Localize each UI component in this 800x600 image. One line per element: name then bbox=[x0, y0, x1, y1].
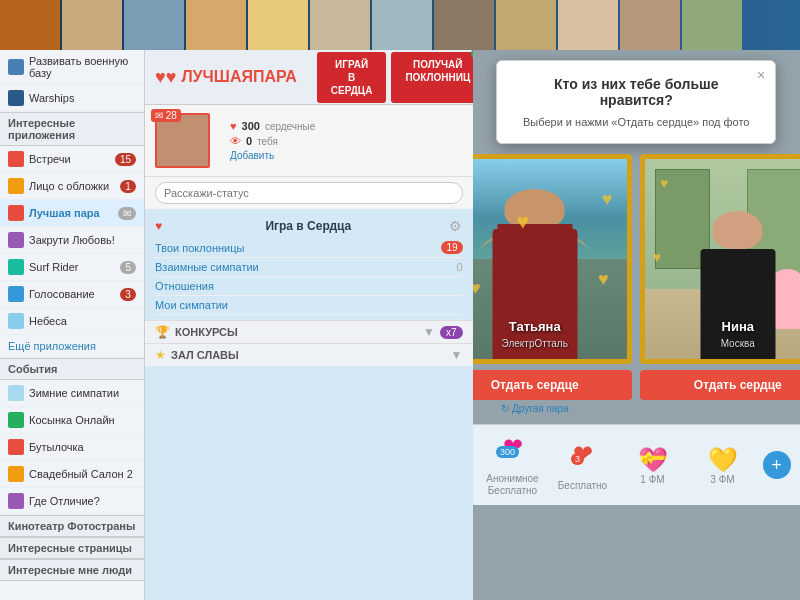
nav-label-line1: ИГРАЙ bbox=[331, 58, 373, 71]
contests-badge: x7 bbox=[440, 326, 463, 339]
luchshaya-icon bbox=[8, 205, 24, 221]
sidebar-item-svadebny[interactable]: Свадебный Салон 2 bbox=[0, 461, 144, 488]
top-banner-photo[interactable] bbox=[124, 0, 184, 50]
photo-inner-2: ♥ ♥ ♥ ♥ Нина Москва bbox=[645, 159, 800, 359]
give-heart-button-1[interactable]: Отдать сердце bbox=[473, 370, 633, 400]
sidebar-item-label: Surf Rider bbox=[29, 261, 120, 273]
hearts-label: сердечные bbox=[265, 121, 315, 132]
vstrechi-badge: 15 bbox=[115, 153, 136, 166]
sidebar-item-label: Лицо с обложки bbox=[29, 180, 120, 192]
compliment-free[interactable]: ❤ 3 Бесплатно bbox=[553, 440, 613, 491]
profile-bar: ✉ 28 ♥ 300 сердечные 👁 0 тебя Добавить bbox=[145, 105, 473, 177]
sidebar-item-kosynka[interactable]: Косынка Онлайн bbox=[0, 407, 144, 434]
top-banner-photos bbox=[0, 0, 800, 50]
add-link[interactable]: Добавить bbox=[230, 150, 274, 161]
give-heart-button-2[interactable]: Отдать сердце bbox=[640, 370, 800, 400]
add-row[interactable]: Добавить bbox=[230, 150, 315, 161]
top-banner-photo[interactable] bbox=[372, 0, 432, 50]
game-settings-icon[interactable]: ⚙ bbox=[449, 218, 462, 234]
hearts-stat: ♥ 300 сердечные bbox=[230, 120, 315, 132]
game-item-label: Отношения bbox=[155, 280, 463, 292]
message-badge[interactable]: ✉ 28 bbox=[151, 109, 181, 122]
photos-row: ♥ ♥ ♥ ♥ ♥ ♥ Татьяна ЭлектрОтталь bbox=[473, 144, 801, 424]
1fm-heart-icon: 💝 bbox=[638, 446, 668, 474]
top-banner-photo[interactable] bbox=[558, 0, 618, 50]
svadebny-icon bbox=[8, 466, 24, 482]
another-pair-link[interactable]: ↻ Другая пара bbox=[473, 403, 633, 414]
sidebar-item-zimnie[interactable]: Зимние симпатии bbox=[0, 380, 144, 407]
interesting-pages-title[interactable]: Интересные страницы bbox=[0, 537, 144, 559]
nav-item-igray[interactable]: ИГРАЙ В СЕРДЦА bbox=[317, 52, 387, 103]
3fm-price: 3 ФМ bbox=[710, 474, 734, 485]
sidebar-item-label: Развивать военную базу bbox=[29, 55, 136, 79]
main-layout: Развивать военную базу Warships Интересн… bbox=[0, 50, 800, 600]
sidebar-item-surf[interactable]: Surf Rider 5 bbox=[0, 254, 144, 281]
photo-frame-2: ♥ ♥ ♥ ♥ Нина Москва bbox=[640, 154, 800, 364]
game-item-moi[interactable]: Мои симпатии bbox=[155, 296, 463, 315]
views-count: 0 bbox=[246, 135, 252, 147]
game-item-label: Твои поклонницы bbox=[155, 242, 441, 254]
sidebar-item-lico[interactable]: Лицо с обложки 1 bbox=[0, 173, 144, 200]
zimnie-icon bbox=[8, 385, 24, 401]
top-banner bbox=[0, 0, 800, 50]
game-item-poklonnitsy[interactable]: Твои поклонницы 19 bbox=[155, 238, 463, 258]
sidebar-item-warships[interactable]: Warships bbox=[0, 85, 144, 112]
sidebar-item-label: Встречи bbox=[29, 153, 115, 165]
game-item-vzaimnye[interactable]: Взаимные симпатии 0 bbox=[155, 258, 463, 277]
free-price: Бесплатно bbox=[558, 480, 607, 491]
1fm-price: 1 ФМ bbox=[640, 474, 664, 485]
hearts-count: 300 bbox=[242, 120, 260, 132]
sidebar-item-gde[interactable]: Где Отличие? bbox=[0, 488, 144, 515]
game-item-otnosheniya[interactable]: Отношения bbox=[155, 277, 463, 296]
sidebar-item-vstrechi[interactable]: Встречи 15 bbox=[0, 146, 144, 173]
sidebar-item-luchshaya[interactable]: Лучшая пара ✉ bbox=[0, 200, 144, 227]
top-banner-photo[interactable] bbox=[310, 0, 370, 50]
top-banner-photo[interactable] bbox=[434, 0, 494, 50]
top-banner-photo[interactable] bbox=[62, 0, 122, 50]
add-compliment-button[interactable]: + bbox=[763, 451, 791, 479]
top-banner-photo[interactable] bbox=[620, 0, 680, 50]
top-banner-photo[interactable] bbox=[248, 0, 308, 50]
sidebar-item-eshe[interactable]: Ещё приложения bbox=[0, 335, 144, 358]
contests-bar[interactable]: 🏆 КОНКУРСЫ ▼ x7 bbox=[145, 320, 473, 343]
surf-icon bbox=[8, 259, 24, 275]
top-banner-photo[interactable] bbox=[0, 0, 60, 50]
sidebar-item-label: Свадебный Салон 2 bbox=[29, 468, 136, 480]
contests-label: КОНКУРСЫ bbox=[175, 326, 423, 338]
sidebar-item-zakruti[interactable]: Закрути Любовь! bbox=[0, 227, 144, 254]
nav-item-poluchai[interactable]: ПОЛУЧАЙ ПОКЛОННИЦ 19 bbox=[391, 52, 472, 103]
sidebar-item-label: Зимние симпатии bbox=[29, 387, 136, 399]
game-section: ♥ Игра в Сердца ⚙ Твои поклонницы 19 Вза… bbox=[145, 209, 473, 320]
compliment-anon[interactable]: ❤ 300 АнонимноеБесплатно bbox=[483, 433, 543, 497]
lico-badge: 1 bbox=[120, 180, 136, 193]
surf-badge: 5 bbox=[120, 261, 136, 274]
status-row bbox=[145, 177, 473, 209]
sidebar-item-golosovanie[interactable]: Голосование 3 bbox=[0, 281, 144, 308]
top-banner-photo[interactable] bbox=[682, 0, 742, 50]
modal-backdrop: × Кто из них тебе больше нравится? Выбер… bbox=[473, 50, 801, 600]
3fm-heart-icon: 💛 bbox=[708, 446, 738, 474]
compliment-1fm[interactable]: 💝 1 ФМ bbox=[623, 446, 683, 485]
person-2 bbox=[700, 211, 775, 359]
status-input[interactable] bbox=[155, 182, 463, 204]
sidebar-item-butylochka[interactable]: Бутылочка bbox=[0, 434, 144, 461]
modal-subtitle: Выбери и нажми «Отдать сердце» под фото bbox=[517, 116, 755, 128]
interesting-people-title[interactable]: Интересные мне люди bbox=[0, 559, 144, 581]
modal-close-button[interactable]: × bbox=[757, 67, 765, 83]
free-count: 3 bbox=[571, 453, 584, 465]
compliment-3fm[interactable]: 💛 3 ФМ bbox=[693, 446, 753, 485]
top-banner-photo[interactable] bbox=[186, 0, 246, 50]
photo-choice-1: ♥ ♥ ♥ ♥ ♥ ♥ Татьяна ЭлектрОтталь bbox=[473, 154, 633, 414]
game-header[interactable]: ♥ Игра в Сердца ⚙ bbox=[155, 214, 463, 238]
sidebar-item-develop[interactable]: Развивать военную базу bbox=[0, 50, 144, 85]
hall-bar[interactable]: ★ ЗАЛ СЛАВЫ ▼ bbox=[145, 343, 473, 366]
top-banner-photo[interactable] bbox=[496, 0, 556, 50]
logo-bar: ♥♥ ЛУЧШАЯПАРА ИГРАЙ В СЕРДЦА ПОЛУЧАЙ ПОК… bbox=[145, 50, 473, 105]
zakruti-icon bbox=[8, 232, 24, 248]
lico-icon bbox=[8, 178, 24, 194]
nav-label-line2: ПОКЛОННИЦ bbox=[405, 71, 470, 84]
logo-nav: ИГРАЙ В СЕРДЦА ПОЛУЧАЙ ПОКЛОННИЦ 19 УЗНА… bbox=[317, 52, 473, 103]
sidebar-item-nebesa[interactable]: Небеса bbox=[0, 308, 144, 335]
heart-icon: ♥ bbox=[230, 120, 237, 132]
nav-label-line1: ПОЛУЧАЙ bbox=[405, 58, 470, 71]
